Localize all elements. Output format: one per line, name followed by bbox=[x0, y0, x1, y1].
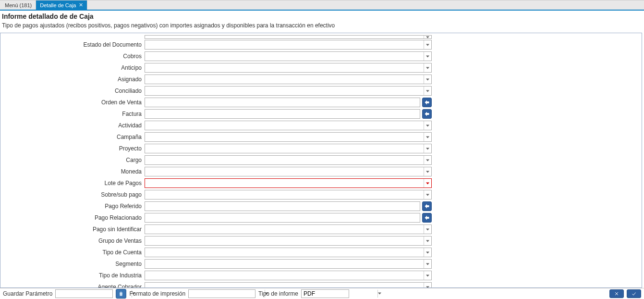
input-agente-cobrador[interactable] bbox=[145, 283, 424, 288]
text-pago-referido[interactable] bbox=[145, 201, 420, 211]
combo-actividad[interactable] bbox=[145, 121, 432, 130]
combo-sobre-sub-pago[interactable] bbox=[145, 190, 432, 199]
label-moneda: Moneda bbox=[0, 168, 145, 175]
input-tipo-industria[interactable] bbox=[145, 271, 424, 280]
combo-tipo-documento[interactable] bbox=[145, 35, 432, 39]
chevron-down-icon[interactable] bbox=[424, 271, 431, 280]
input-actividad[interactable] bbox=[145, 121, 424, 130]
chevron-down-icon[interactable] bbox=[424, 36, 431, 38]
confirm-button[interactable] bbox=[627, 289, 641, 298]
text-pago-relacionado[interactable] bbox=[145, 213, 420, 223]
zoom-icon bbox=[424, 203, 430, 209]
label-pago-sin-identificar: Pago sin Identificar bbox=[0, 226, 145, 233]
input-cobros[interactable] bbox=[145, 52, 424, 61]
combo-tipo-industria[interactable] bbox=[145, 271, 432, 280]
delete-button[interactable] bbox=[116, 289, 126, 299]
combo-segmento[interactable] bbox=[145, 259, 432, 269]
lookup-button-pago-referido[interactable] bbox=[422, 201, 432, 211]
chevron-down-icon[interactable] bbox=[424, 133, 431, 141]
lookup-button-pago-relacionado[interactable] bbox=[422, 213, 432, 223]
field-row-lote-pagos: Lote de Pagos bbox=[0, 177, 642, 189]
input-pago-sin-identificar[interactable] bbox=[145, 225, 424, 234]
field-row-pago-relacionado: Pago Relacionado bbox=[0, 212, 642, 224]
combo-asignado[interactable] bbox=[145, 75, 432, 84]
close-icon[interactable]: ✕ bbox=[79, 2, 83, 8]
chevron-down-icon[interactable] bbox=[424, 63, 431, 72]
zoom-icon bbox=[424, 215, 430, 221]
field-row-cobros: Cobros bbox=[0, 50, 642, 62]
input-segmento[interactable] bbox=[145, 260, 424, 268]
chevron-down-icon[interactable] bbox=[424, 52, 431, 61]
input-proyecto[interactable] bbox=[145, 144, 424, 153]
trash-icon bbox=[118, 291, 124, 297]
lookup-button-factura[interactable] bbox=[422, 109, 432, 119]
input-moneda[interactable] bbox=[145, 167, 424, 176]
combo-lote-pagos[interactable] bbox=[145, 178, 432, 188]
chevron-down-icon[interactable] bbox=[424, 75, 431, 84]
combo-campana[interactable] bbox=[145, 132, 432, 142]
input-campana[interactable] bbox=[145, 133, 424, 141]
combo-anticipo[interactable] bbox=[145, 63, 432, 73]
tab-detalle-caja[interactable]: Detalle de Caja ✕ bbox=[36, 0, 87, 10]
input-orden-venta[interactable] bbox=[145, 98, 420, 107]
chevron-down-icon[interactable] bbox=[424, 156, 431, 164]
chevron-down-icon[interactable] bbox=[424, 260, 431, 268]
chevron-down-icon[interactable] bbox=[424, 283, 431, 288]
page-title: Informe detallado de de Caja bbox=[2, 12, 640, 20]
input-tipo-documento[interactable] bbox=[145, 36, 424, 38]
field-row-cargo: Cargo bbox=[0, 154, 642, 166]
input-conciliado[interactable] bbox=[145, 87, 424, 95]
combo-tipo-cuenta[interactable] bbox=[145, 248, 432, 257]
field-row-sobre-sub-pago: Sobre/sub pago bbox=[0, 189, 642, 200]
input-grupo-ventas[interactable] bbox=[145, 237, 424, 245]
combo-grupo-ventas[interactable] bbox=[145, 236, 432, 246]
combo-formato-impresion[interactable] bbox=[188, 289, 255, 298]
cancel-button[interactable] bbox=[609, 289, 624, 298]
chevron-down-icon[interactable] bbox=[424, 121, 431, 130]
input-anticipo[interactable] bbox=[145, 63, 424, 72]
input-cargo[interactable] bbox=[145, 156, 424, 164]
label-estado-documento: Estado del Documento bbox=[0, 41, 145, 48]
combo-agente-cobrador[interactable] bbox=[145, 282, 432, 288]
chevron-down-icon[interactable] bbox=[424, 225, 431, 234]
input-pago-referido[interactable] bbox=[145, 202, 420, 211]
combo-pago-sin-identificar[interactable] bbox=[145, 224, 432, 234]
tabbar: Menú (181) Detalle de Caja ✕ bbox=[0, 0, 644, 11]
input-tipo-informe[interactable] bbox=[302, 290, 377, 298]
input-factura[interactable] bbox=[145, 110, 420, 118]
label-cargo: Cargo bbox=[0, 157, 145, 163]
chevron-down-icon[interactable] bbox=[424, 144, 431, 153]
combo-cobros[interactable] bbox=[145, 51, 432, 61]
combo-cargo[interactable] bbox=[145, 155, 432, 165]
input-pago-relacionado[interactable] bbox=[145, 213, 420, 222]
chevron-down-icon[interactable] bbox=[377, 290, 381, 298]
combo-proyecto[interactable] bbox=[145, 144, 432, 153]
field-row-proyecto: Proyecto bbox=[0, 143, 642, 154]
input-tipo-cuenta[interactable] bbox=[145, 248, 424, 257]
combo-tipo-informe[interactable] bbox=[301, 289, 349, 298]
label-agente-cobrador: Agente Cobrador bbox=[0, 284, 145, 288]
form-scroll-area[interactable]: Estado del Documento Cobros bbox=[0, 33, 642, 288]
tab-menu[interactable]: Menú (181) bbox=[1, 0, 36, 10]
field-row-pago-sin-identificar: Pago sin Identificar bbox=[0, 224, 642, 235]
combo-guardar-parametro[interactable] bbox=[55, 289, 113, 298]
chevron-down-icon[interactable] bbox=[424, 237, 431, 245]
text-factura[interactable] bbox=[145, 109, 420, 119]
text-orden-venta[interactable] bbox=[145, 98, 420, 107]
chevron-down-icon[interactable] bbox=[424, 87, 431, 95]
chevron-down-icon[interactable] bbox=[424, 190, 431, 199]
chevron-down-icon[interactable] bbox=[424, 179, 431, 187]
lookup-button-orden-venta[interactable] bbox=[422, 98, 432, 107]
combo-estado-documento[interactable] bbox=[145, 40, 432, 50]
combo-moneda[interactable] bbox=[145, 167, 432, 176]
chevron-down-icon[interactable] bbox=[424, 40, 431, 49]
input-sobre-sub-pago[interactable] bbox=[145, 190, 424, 199]
input-asignado[interactable] bbox=[145, 75, 424, 84]
input-formato-impresion[interactable] bbox=[189, 290, 265, 298]
combo-conciliado[interactable] bbox=[145, 86, 432, 96]
input-estado-documento[interactable] bbox=[145, 40, 424, 49]
check-icon bbox=[631, 291, 637, 296]
input-lote-pagos[interactable] bbox=[145, 179, 424, 187]
chevron-down-icon[interactable] bbox=[424, 167, 431, 176]
chevron-down-icon[interactable] bbox=[424, 248, 431, 257]
